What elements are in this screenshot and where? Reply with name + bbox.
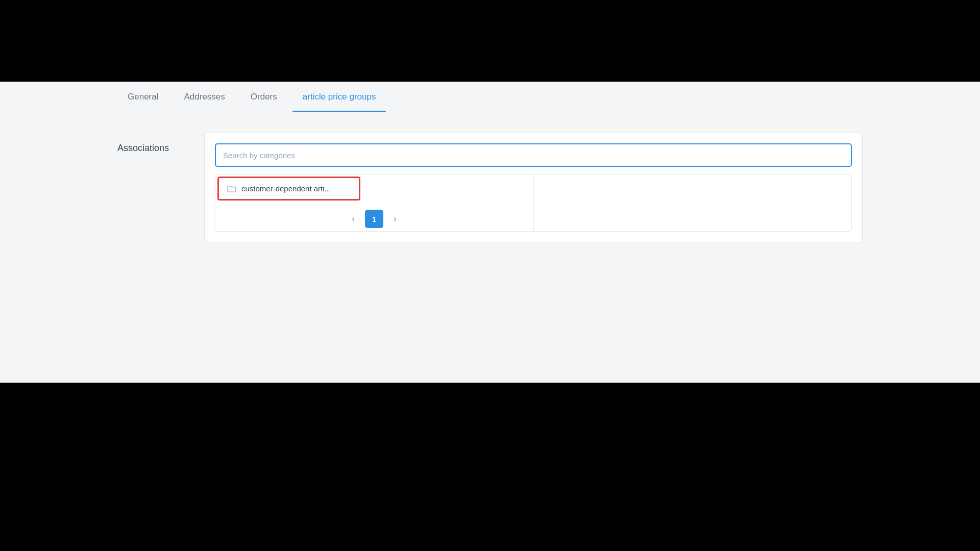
folder-icon — [227, 185, 236, 192]
items-left-panel: customer-dependent arti... ‹ 1 › — [215, 174, 534, 231]
item-label: customer-dependent arti... — [241, 184, 331, 193]
tab-general[interactable]: General — [117, 82, 168, 112]
pagination-prev-button[interactable]: ‹ — [345, 210, 362, 228]
pagination: ‹ 1 › — [215, 203, 533, 231]
list-item[interactable]: customer-dependent arti... — [217, 177, 360, 201]
content-area: Associations customer-dependent arti... … — [0, 112, 980, 263]
tabs-navigation: General Addresses Orders article price g… — [0, 82, 980, 112]
pagination-next-button[interactable]: › — [386, 210, 404, 228]
search-input[interactable] — [215, 143, 852, 167]
tab-article-price-groups[interactable]: article price groups — [292, 82, 386, 112]
search-input-wrapper — [215, 143, 852, 167]
tab-addresses[interactable]: Addresses — [174, 82, 235, 112]
associations-panel: customer-dependent arti... ‹ 1 › — [204, 133, 863, 242]
items-right-panel — [534, 174, 852, 231]
items-grid: customer-dependent arti... ‹ 1 › — [215, 174, 852, 232]
tab-orders[interactable]: Orders — [240, 82, 287, 112]
pagination-page-1-button[interactable]: 1 — [365, 210, 383, 228]
associations-label: Associations — [117, 133, 184, 154]
